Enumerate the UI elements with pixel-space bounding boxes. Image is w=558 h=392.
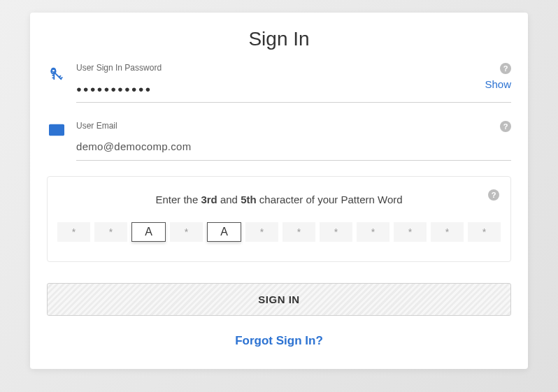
pattern-cells: **A*A*******: [57, 222, 501, 242]
page-title: Sign In: [30, 13, 528, 63]
email-field-body: User Email ?: [76, 121, 511, 161]
pattern-cell-disabled: *: [357, 222, 389, 242]
show-password-link[interactable]: Show: [485, 78, 511, 90]
email-label: User Email: [76, 121, 511, 131]
pattern-word-panel: ? Enter the 3rd and 5th character of you…: [47, 176, 511, 262]
password-label: User Sign In Password: [76, 63, 511, 73]
email-row: User Email ?: [30, 121, 528, 161]
pattern-cell-disabled: *: [170, 222, 203, 242]
signin-card: Sign In User Sign In Password ? Show ●●●…: [30, 13, 528, 369]
key-icon: [47, 66, 66, 81]
pattern-cell-input[interactable]: A: [131, 222, 166, 242]
envelope-icon: [47, 124, 66, 136]
pattern-cell-disabled: *: [468, 222, 501, 242]
pattern-cell-disabled: *: [245, 222, 278, 242]
pattern-prompt-text: Enter the: [155, 194, 201, 205]
password-input[interactable]: ●●●●●●●●●●●: [76, 84, 152, 94]
pattern-pos2: 5th: [241, 194, 257, 205]
pattern-cell-disabled: *: [394, 222, 427, 242]
pattern-prompt-text: and: [217, 194, 241, 205]
pattern-cell-input[interactable]: A: [207, 222, 241, 242]
pattern-cell-disabled: *: [57, 222, 90, 242]
pattern-prompt: Enter the 3rd and 5th character of your …: [57, 194, 501, 205]
pattern-cell-disabled: *: [320, 222, 352, 242]
pattern-cell-disabled: *: [431, 222, 464, 242]
pattern-cell-disabled: *: [94, 222, 127, 242]
help-icon[interactable]: ?: [488, 189, 499, 201]
password-row: User Sign In Password ? Show ●●●●●●●●●●●: [30, 63, 528, 103]
help-icon[interactable]: ?: [500, 121, 511, 132]
pattern-cell-disabled: *: [282, 222, 315, 242]
help-icon[interactable]: ?: [500, 63, 511, 74]
pattern-pos1: 3rd: [201, 194, 217, 205]
password-field-body: User Sign In Password ? Show ●●●●●●●●●●●: [76, 63, 511, 103]
forgot-signin-link[interactable]: Forgot Sign In?: [30, 334, 528, 348]
pattern-prompt-text: character of your Pattern Word: [257, 194, 403, 205]
signin-button[interactable]: SIGN IN: [47, 283, 511, 316]
email-input[interactable]: [76, 140, 511, 152]
